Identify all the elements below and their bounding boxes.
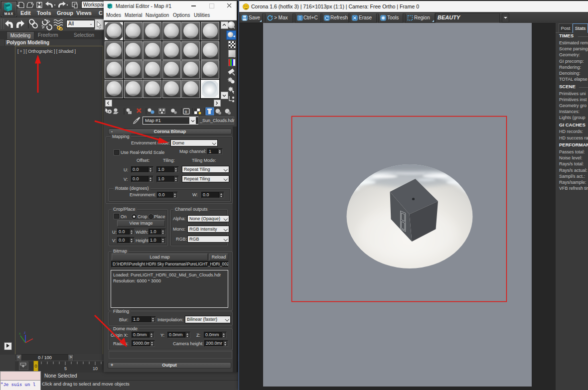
svg-text:z: z <box>24 331 26 334</box>
svg-text:x: x <box>19 332 21 335</box>
svg-text:0: 0 <box>185 110 187 114</box>
svg-text:5: 5 <box>64 366 67 371</box>
svg-text:10: 10 <box>93 366 98 371</box>
